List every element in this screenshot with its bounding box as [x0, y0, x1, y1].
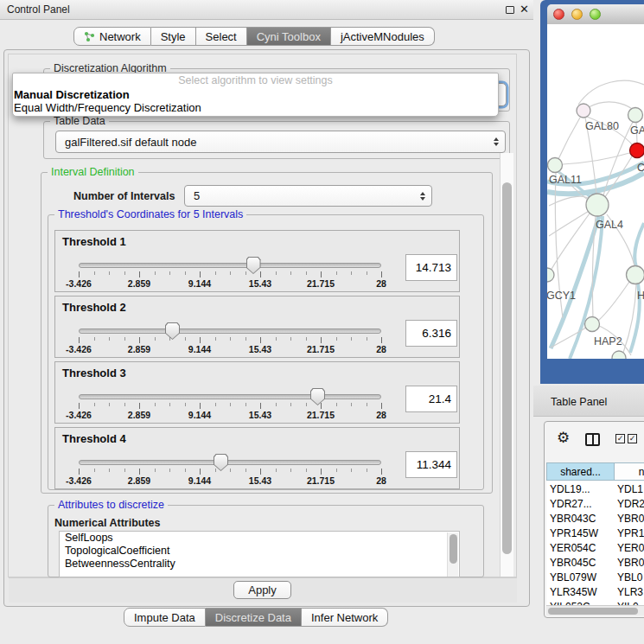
threshold-label: Threshold 2 [62, 301, 126, 314]
tick-label: -3.426 [53, 475, 105, 486]
close-icon[interactable]: ✕ [520, 3, 529, 16]
tick-label: 21.715 [295, 278, 347, 289]
network-node-gal4[interactable] [586, 194, 609, 216]
tab-label: jActiveMNodules [341, 30, 424, 43]
threshold-label: Threshold 1 [62, 235, 126, 248]
network-node-gal80[interactable] [577, 104, 590, 118]
tab-label: Select [206, 30, 237, 43]
cell-name: YBR0 [617, 513, 644, 525]
tick-label: 15.43 [234, 344, 286, 354]
table-row[interactable]: YBR045CYBR0 [546, 556, 644, 571]
close-traffic-light-icon[interactable] [553, 9, 564, 20]
tab-impute-data[interactable]: Impute Data [124, 608, 206, 627]
slider-track[interactable] [79, 328, 381, 334]
threshold-value-input[interactable]: 11.344 [405, 451, 457, 478]
tick-label: 2.859 [113, 278, 165, 289]
zoom-traffic-light-icon[interactable] [590, 9, 601, 20]
dropdown-option-manual-discretization[interactable]: Manual Discretization [13, 88, 498, 101]
network-node-hap2[interactable] [585, 317, 600, 332]
threshold-label: Threshold 3 [62, 367, 126, 379]
tab-label: Network [99, 30, 141, 43]
combo-arrows-icon [420, 192, 425, 201]
tab-network[interactable]: Network [73, 27, 151, 46]
gear-icon[interactable]: ⚙ [557, 429, 570, 447]
column-header-shared-name[interactable]: shared... [546, 462, 615, 481]
screen: Control Panel ✕ NetworkStyleSelectCyni T… [0, 0, 644, 644]
network-node-gal11[interactable] [548, 158, 563, 173]
table-row[interactable]: YER054CYER0 [546, 541, 644, 556]
tick-label: 2.859 [113, 475, 165, 486]
table-row[interactable]: YBR043CYBR0 [546, 512, 644, 526]
minimize-traffic-light-icon[interactable] [571, 9, 583, 20]
network-node-label: GAL4 [596, 219, 623, 231]
network-node-gcy1[interactable] [547, 268, 554, 282]
bottom-tab-bar: Impute DataDiscretize DataInfer Network [124, 608, 388, 627]
control-panel-titlebar: Control Panel ✕ [0, 0, 533, 20]
tick-label: 28 [355, 475, 407, 486]
tab-cyni-toolbox[interactable]: Cyni Toolbox [247, 27, 331, 46]
table-row[interactable]: YLR345WYLR3 [546, 585, 644, 600]
attribute-list-item[interactable]: BetweennessCentrality [60, 558, 459, 571]
network-node-label: HAP2 [594, 335, 622, 348]
apply-button[interactable]: Apply [233, 581, 291, 599]
float-window-icon[interactable] [506, 6, 514, 14]
column-header-name[interactable]: na [615, 462, 644, 481]
threshold-value-input[interactable]: 14.713 [405, 254, 457, 281]
cell-name: YDL1 [617, 483, 643, 495]
threshold-value-input[interactable]: 21.4 [405, 386, 457, 412]
table-row[interactable]: YBL079WYBL0 [546, 571, 644, 585]
table-data-combobox[interactable]: galFiltered.sif default node [55, 131, 506, 153]
tick-label: 9.144 [174, 344, 226, 354]
tick-label: -3.426 [53, 278, 105, 289]
attribute-list-item[interactable]: TopologicalCoefficient [60, 545, 459, 558]
attributes-group-label: Attributes to discretize [54, 500, 168, 511]
number-of-intervals-label: Number of Intervals [73, 190, 175, 202]
tick-label: 9.144 [174, 278, 226, 289]
slider-ticks [79, 337, 382, 344]
tab-style[interactable]: Style [151, 27, 196, 46]
tab-select[interactable]: Select [196, 27, 247, 46]
checkbox-icon[interactable]: ✓ [615, 434, 625, 443]
cell-shared-name: YLR345W [550, 586, 597, 598]
cell-shared-name: YPR145W [550, 527, 598, 539]
network-canvas[interactable]: GAL80GACGAL11GAL4GCY1HHAP2 [547, 24, 644, 359]
tab-jactivemnodules[interactable]: jActiveMNodules [331, 27, 435, 46]
slider-track[interactable] [79, 460, 381, 465]
threshold-row-4: Threshold 4-3.4262.8599.14415.4321.71528… [54, 427, 460, 489]
table-row[interactable]: YDL19...YDL1 [546, 482, 644, 497]
attribute-list-item[interactable]: SelfLoops [60, 532, 459, 545]
split-columns-icon[interactable] [585, 433, 600, 446]
table-row[interactable]: YDR27...YDR2 [546, 497, 644, 512]
cell-name: YER0 [617, 542, 644, 554]
table-panel-titlebar: Table Panel [533, 386, 644, 417]
window-title: Control Panel [7, 3, 70, 16]
network-node-label: C [637, 162, 644, 174]
slider-ticks [79, 271, 382, 278]
tab-label: Infer Network [311, 611, 378, 624]
number-of-intervals-value: 5 [194, 189, 200, 202]
tab-label: Style [161, 30, 186, 43]
tick-label: 28 [355, 344, 407, 354]
number-of-intervals-combobox[interactable]: 5 [184, 185, 432, 207]
attributes-list-scrollbar[interactable] [447, 532, 458, 577]
slider-track[interactable] [79, 394, 381, 399]
table-panel-toolbar: ⚙ ✓ ✓ [544, 427, 644, 456]
network-node-ga[interactable] [628, 108, 643, 123]
network-node-h[interactable] [627, 266, 644, 284]
table-horizontal-scrollbar[interactable] [546, 605, 644, 615]
table-panel-title: Table Panel [551, 396, 607, 408]
checkbox-icon[interactable]: ✓ [628, 434, 637, 443]
threshold-value-input[interactable]: 6.316 [405, 320, 457, 347]
tick-label: 15.43 [234, 410, 286, 420]
network-node-c[interactable] [630, 143, 644, 158]
panel-vertical-scrollbar[interactable] [500, 153, 513, 577]
tick-label: 21.715 [295, 344, 347, 354]
tick-label: 15.43 [234, 278, 286, 289]
tick-label: 28 [355, 278, 407, 289]
dropdown-option-equal-width-frequency[interactable]: Equal Width/Frequency Discretization [13, 101, 498, 114]
table-row[interactable]: YPR145WYPR1 [546, 526, 644, 541]
tab-infer-network[interactable]: Infer Network [302, 608, 388, 627]
tab-discretize-data[interactable]: Discretize Data [206, 608, 302, 627]
slider-track[interactable] [79, 263, 381, 268]
threshold-row-3: Threshold 3-3.4262.8599.14415.4321.71528… [54, 361, 460, 424]
